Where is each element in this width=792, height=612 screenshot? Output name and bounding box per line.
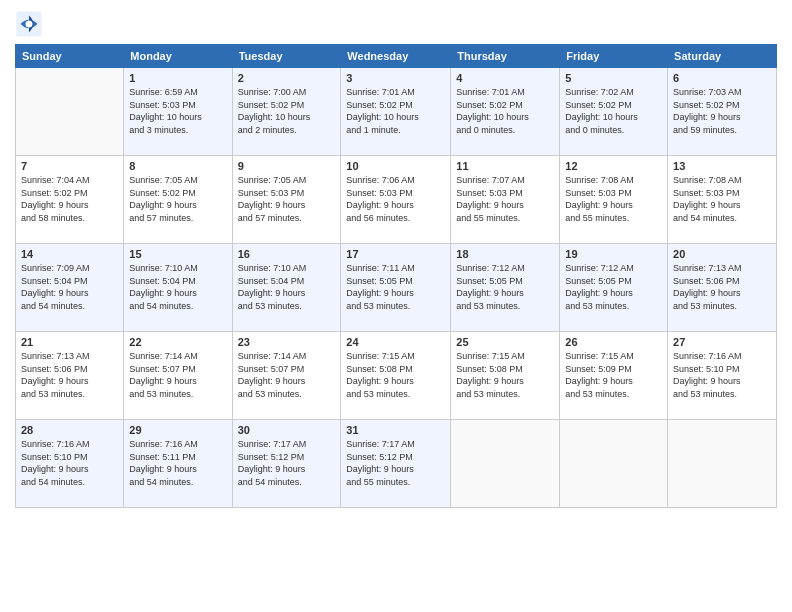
calendar-cell: 15Sunrise: 7:10 AMSunset: 5:04 PMDayligh… [124, 244, 232, 332]
calendar-week-row: 14Sunrise: 7:09 AMSunset: 5:04 PMDayligh… [16, 244, 777, 332]
calendar-cell: 17Sunrise: 7:11 AMSunset: 5:05 PMDayligh… [341, 244, 451, 332]
calendar-cell: 31Sunrise: 7:17 AMSunset: 5:12 PMDayligh… [341, 420, 451, 508]
weekday-header-tuesday: Tuesday [232, 45, 341, 68]
day-info: Sunrise: 7:08 AMSunset: 5:03 PMDaylight:… [565, 174, 662, 224]
calendar-cell: 27Sunrise: 7:16 AMSunset: 5:10 PMDayligh… [668, 332, 777, 420]
day-number: 13 [673, 160, 771, 172]
calendar-cell: 2Sunrise: 7:00 AMSunset: 5:02 PMDaylight… [232, 68, 341, 156]
calendar-cell: 29Sunrise: 7:16 AMSunset: 5:11 PMDayligh… [124, 420, 232, 508]
day-info: Sunrise: 6:59 AMSunset: 5:03 PMDaylight:… [129, 86, 226, 136]
calendar-cell: 21Sunrise: 7:13 AMSunset: 5:06 PMDayligh… [16, 332, 124, 420]
calendar-cell: 5Sunrise: 7:02 AMSunset: 5:02 PMDaylight… [560, 68, 668, 156]
calendar-cell [16, 68, 124, 156]
day-info: Sunrise: 7:05 AMSunset: 5:02 PMDaylight:… [129, 174, 226, 224]
day-number: 1 [129, 72, 226, 84]
day-number: 3 [346, 72, 445, 84]
calendar-cell: 9Sunrise: 7:05 AMSunset: 5:03 PMDaylight… [232, 156, 341, 244]
calendar-cell: 19Sunrise: 7:12 AMSunset: 5:05 PMDayligh… [560, 244, 668, 332]
day-info: Sunrise: 7:06 AMSunset: 5:03 PMDaylight:… [346, 174, 445, 224]
day-number: 16 [238, 248, 336, 260]
calendar-cell: 26Sunrise: 7:15 AMSunset: 5:09 PMDayligh… [560, 332, 668, 420]
weekday-header-friday: Friday [560, 45, 668, 68]
day-info: Sunrise: 7:01 AMSunset: 5:02 PMDaylight:… [456, 86, 554, 136]
weekday-header-saturday: Saturday [668, 45, 777, 68]
header [15, 10, 777, 38]
calendar-week-row: 28Sunrise: 7:16 AMSunset: 5:10 PMDayligh… [16, 420, 777, 508]
calendar-cell: 6Sunrise: 7:03 AMSunset: 5:02 PMDaylight… [668, 68, 777, 156]
calendar-cell: 20Sunrise: 7:13 AMSunset: 5:06 PMDayligh… [668, 244, 777, 332]
day-info: Sunrise: 7:11 AMSunset: 5:05 PMDaylight:… [346, 262, 445, 312]
day-info: Sunrise: 7:04 AMSunset: 5:02 PMDaylight:… [21, 174, 118, 224]
calendar-cell: 23Sunrise: 7:14 AMSunset: 5:07 PMDayligh… [232, 332, 341, 420]
calendar-cell: 24Sunrise: 7:15 AMSunset: 5:08 PMDayligh… [341, 332, 451, 420]
day-info: Sunrise: 7:03 AMSunset: 5:02 PMDaylight:… [673, 86, 771, 136]
calendar-cell: 28Sunrise: 7:16 AMSunset: 5:10 PMDayligh… [16, 420, 124, 508]
day-number: 15 [129, 248, 226, 260]
day-number: 4 [456, 72, 554, 84]
calendar-table: SundayMondayTuesdayWednesdayThursdayFrid… [15, 44, 777, 508]
calendar-cell: 10Sunrise: 7:06 AMSunset: 5:03 PMDayligh… [341, 156, 451, 244]
day-number: 25 [456, 336, 554, 348]
calendar-week-row: 7Sunrise: 7:04 AMSunset: 5:02 PMDaylight… [16, 156, 777, 244]
day-number: 12 [565, 160, 662, 172]
svg-point-1 [26, 21, 33, 28]
weekday-header-row: SundayMondayTuesdayWednesdayThursdayFrid… [16, 45, 777, 68]
calendar-cell [451, 420, 560, 508]
day-info: Sunrise: 7:12 AMSunset: 5:05 PMDaylight:… [565, 262, 662, 312]
day-number: 22 [129, 336, 226, 348]
day-info: Sunrise: 7:13 AMSunset: 5:06 PMDaylight:… [673, 262, 771, 312]
day-info: Sunrise: 7:10 AMSunset: 5:04 PMDaylight:… [238, 262, 336, 312]
day-number: 9 [238, 160, 336, 172]
day-info: Sunrise: 7:15 AMSunset: 5:09 PMDaylight:… [565, 350, 662, 400]
calendar-cell: 4Sunrise: 7:01 AMSunset: 5:02 PMDaylight… [451, 68, 560, 156]
day-info: Sunrise: 7:14 AMSunset: 5:07 PMDaylight:… [129, 350, 226, 400]
day-number: 19 [565, 248, 662, 260]
calendar-cell: 1Sunrise: 6:59 AMSunset: 5:03 PMDaylight… [124, 68, 232, 156]
day-number: 10 [346, 160, 445, 172]
day-number: 5 [565, 72, 662, 84]
calendar-cell: 25Sunrise: 7:15 AMSunset: 5:08 PMDayligh… [451, 332, 560, 420]
day-number: 30 [238, 424, 336, 436]
day-number: 20 [673, 248, 771, 260]
day-info: Sunrise: 7:00 AMSunset: 5:02 PMDaylight:… [238, 86, 336, 136]
day-number: 18 [456, 248, 554, 260]
day-info: Sunrise: 7:17 AMSunset: 5:12 PMDaylight:… [238, 438, 336, 488]
day-info: Sunrise: 7:15 AMSunset: 5:08 PMDaylight:… [346, 350, 445, 400]
day-info: Sunrise: 7:05 AMSunset: 5:03 PMDaylight:… [238, 174, 336, 224]
day-info: Sunrise: 7:15 AMSunset: 5:08 PMDaylight:… [456, 350, 554, 400]
day-number: 21 [21, 336, 118, 348]
weekday-header-monday: Monday [124, 45, 232, 68]
day-info: Sunrise: 7:01 AMSunset: 5:02 PMDaylight:… [346, 86, 445, 136]
day-info: Sunrise: 7:02 AMSunset: 5:02 PMDaylight:… [565, 86, 662, 136]
calendar-cell: 11Sunrise: 7:07 AMSunset: 5:03 PMDayligh… [451, 156, 560, 244]
day-number: 26 [565, 336, 662, 348]
day-number: 28 [21, 424, 118, 436]
calendar-cell: 12Sunrise: 7:08 AMSunset: 5:03 PMDayligh… [560, 156, 668, 244]
calendar-cell: 16Sunrise: 7:10 AMSunset: 5:04 PMDayligh… [232, 244, 341, 332]
logo-icon [15, 10, 43, 38]
weekday-header-thursday: Thursday [451, 45, 560, 68]
day-info: Sunrise: 7:17 AMSunset: 5:12 PMDaylight:… [346, 438, 445, 488]
day-number: 17 [346, 248, 445, 260]
calendar-cell: 7Sunrise: 7:04 AMSunset: 5:02 PMDaylight… [16, 156, 124, 244]
logo [15, 10, 47, 38]
day-number: 27 [673, 336, 771, 348]
day-info: Sunrise: 7:16 AMSunset: 5:10 PMDaylight:… [673, 350, 771, 400]
day-number: 8 [129, 160, 226, 172]
day-info: Sunrise: 7:07 AMSunset: 5:03 PMDaylight:… [456, 174, 554, 224]
calendar-week-row: 1Sunrise: 6:59 AMSunset: 5:03 PMDaylight… [16, 68, 777, 156]
calendar-cell: 18Sunrise: 7:12 AMSunset: 5:05 PMDayligh… [451, 244, 560, 332]
day-info: Sunrise: 7:10 AMSunset: 5:04 PMDaylight:… [129, 262, 226, 312]
day-number: 29 [129, 424, 226, 436]
calendar-cell: 30Sunrise: 7:17 AMSunset: 5:12 PMDayligh… [232, 420, 341, 508]
calendar-cell: 3Sunrise: 7:01 AMSunset: 5:02 PMDaylight… [341, 68, 451, 156]
calendar-cell [668, 420, 777, 508]
page: SundayMondayTuesdayWednesdayThursdayFrid… [0, 0, 792, 612]
calendar-cell: 13Sunrise: 7:08 AMSunset: 5:03 PMDayligh… [668, 156, 777, 244]
day-info: Sunrise: 7:14 AMSunset: 5:07 PMDaylight:… [238, 350, 336, 400]
day-number: 23 [238, 336, 336, 348]
day-number: 14 [21, 248, 118, 260]
day-info: Sunrise: 7:13 AMSunset: 5:06 PMDaylight:… [21, 350, 118, 400]
day-info: Sunrise: 7:08 AMSunset: 5:03 PMDaylight:… [673, 174, 771, 224]
calendar-cell: 8Sunrise: 7:05 AMSunset: 5:02 PMDaylight… [124, 156, 232, 244]
